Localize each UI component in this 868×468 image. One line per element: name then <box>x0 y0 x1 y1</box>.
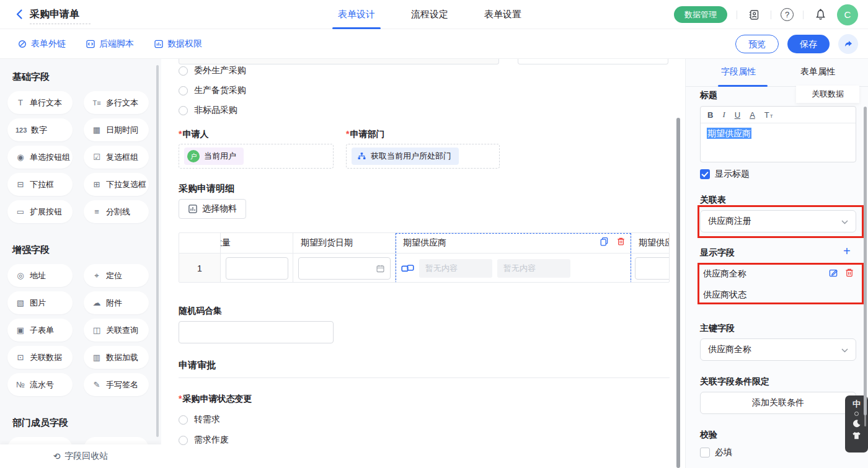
field-pill-dropdown[interactable]: ⊟下拉框 <box>7 173 73 196</box>
field-pill-multi-line-text[interactable]: T≡多行文本 <box>84 91 149 114</box>
qty-input[interactable] <box>226 257 288 280</box>
ime-language-icon[interactable]: 中 <box>852 400 861 408</box>
field-pill-checkbox-group[interactable]: ☑复选框组 <box>84 146 149 169</box>
relation-table-select[interactable]: 供应商注册 <box>700 210 856 232</box>
font-size-icon[interactable]: T <box>764 110 773 120</box>
field-pill-subform[interactable]: ▣子表单 <box>7 319 73 342</box>
copy-column-icon[interactable] <box>600 237 609 246</box>
status-option-1[interactable]: 转需求 <box>179 413 220 426</box>
required-checkbox-row[interactable]: 必填 <box>700 447 732 458</box>
field-pill-serial-number[interactable]: №流水号 <box>7 373 73 396</box>
clipped-input-top-right[interactable] <box>518 59 668 64</box>
save-button[interactable]: 保存 <box>787 35 830 53</box>
notification-bell-icon[interactable] <box>813 7 828 22</box>
data-manage-button[interactable]: 数据管理 <box>674 6 727 23</box>
purchase-type-option-2[interactable]: 生产备货采购 <box>179 84 246 97</box>
field-pill-label: 扩展按钮 <box>30 206 62 218</box>
field-pill-label: 单选按钮组 <box>30 152 70 163</box>
expected-date-column-header[interactable]: 期望到货日期 <box>293 233 396 253</box>
panel-scrollbar[interactable] <box>864 107 867 415</box>
select-material-button[interactable]: 选择物料 <box>179 199 246 219</box>
department-chip[interactable]: 获取当前用户所处部门 <box>352 148 459 165</box>
display-field-item-1[interactable]: 供应商全称 <box>703 268 746 280</box>
delete-icon[interactable] <box>844 268 854 278</box>
field-recycle-bin[interactable]: ⟲ 字段回收站 <box>0 444 161 468</box>
backend-script-label: 后端脚本 <box>99 38 134 50</box>
form-external-link[interactable]: 表单外链 <box>17 38 66 50</box>
radio-icon <box>179 66 188 76</box>
field-pill-address[interactable]: ◎地址 <box>7 264 73 287</box>
field-pill-location[interactable]: ⌖定位 <box>84 264 149 287</box>
field-pill-image[interactable]: ▧图片 <box>7 291 73 314</box>
tab-form-settings[interactable]: 表单设置 <box>484 0 521 29</box>
show-title-checkbox-row[interactable]: 显示标题 <box>700 169 750 180</box>
field-pill-datetime[interactable]: ▦日期时间 <box>84 118 149 141</box>
field-pill-signature[interactable]: ✎手写签名 <box>84 373 149 396</box>
purchase-type-option-3[interactable]: 非标品采购 <box>179 104 237 117</box>
checkbox-checked-icon[interactable] <box>700 169 710 179</box>
add-display-field-icon[interactable]: + <box>843 245 851 257</box>
expected-supplier-copy-input[interactable] <box>635 257 670 280</box>
field-pill-label: 多行文本 <box>106 97 138 108</box>
random-code-input[interactable] <box>179 321 334 343</box>
bold-icon[interactable]: B <box>707 110 713 120</box>
tab-process-setting[interactable]: 流程设定 <box>411 0 448 29</box>
qty-column-header[interactable]: 数量 <box>221 233 293 253</box>
data-permission-link[interactable]: 数据权限 <box>154 38 202 50</box>
canvas-scrollbar[interactable] <box>676 118 680 468</box>
edit-icon[interactable] <box>828 268 838 278</box>
bar-chart-icon <box>188 204 198 214</box>
field-pill-label: 地址 <box>30 270 46 281</box>
expected-date-input[interactable] <box>298 257 391 280</box>
title-editor-area[interactable]: 期望供应商 <box>701 123 856 162</box>
sidebar-scrollbar[interactable] <box>156 65 159 437</box>
ime-voice-icon[interactable] <box>854 412 859 416</box>
expected-supplier-column-header[interactable]: 期望供应商 <box>396 233 631 253</box>
applicant-field[interactable]: 户 当前用户 <box>179 144 334 169</box>
tab-field-properties[interactable]: 字段属性 <box>721 66 756 77</box>
field-pill-divider-line[interactable]: ≡分割线 <box>84 200 149 223</box>
field-pill-attachment[interactable]: ☁附件 <box>84 291 149 314</box>
share-button[interactable] <box>838 34 858 54</box>
avatar[interactable]: C <box>837 4 858 25</box>
skin-shirt-icon[interactable] <box>852 431 861 440</box>
purchase-type-option-1[interactable]: 委外生产采购 <box>179 64 246 77</box>
sub-toolbar: 表单外链 后端脚本 数据权限 预览 保存 <box>0 29 868 59</box>
field-pill-label: 数字 <box>31 125 47 136</box>
divider <box>771 11 771 19</box>
help-icon[interactable]: ? <box>781 8 794 21</box>
department-field[interactable]: 获取当前用户所处部门 <box>346 144 500 169</box>
field-pill-radio-group[interactable]: ◉单选按钮组 <box>7 146 73 169</box>
tab-form-design[interactable]: 表单设计 <box>338 0 375 29</box>
checkbox-unchecked-icon[interactable] <box>700 448 710 457</box>
field-pill-extend-button[interactable]: ▭扩展按钮 <box>7 200 73 223</box>
expected-supplier-cell[interactable]: 暂无内容 暂无内容 <box>396 254 631 283</box>
field-pill-relation-query[interactable]: ◫关联查询 <box>84 319 149 342</box>
field-pill-relation-data[interactable]: ⊡关联数据 <box>7 346 73 369</box>
status-option-2[interactable]: 需求作废 <box>179 433 229 447</box>
page-title[interactable]: 采购申请单 <box>30 8 91 24</box>
contact-book-icon[interactable] <box>746 7 761 22</box>
underline-icon[interactable]: U <box>735 110 740 120</box>
display-field-actions <box>828 268 854 278</box>
field-pill-dropdown-multi[interactable]: ⊞下拉复选框 <box>84 173 149 196</box>
back-icon[interactable] <box>14 8 26 20</box>
moon-icon[interactable] <box>852 419 861 428</box>
field-pill-single-line-text[interactable]: T单行文本 <box>7 91 73 114</box>
delete-column-icon[interactable] <box>616 237 626 246</box>
display-field-item-2[interactable]: 供应商状态 <box>703 289 746 301</box>
backend-script-link[interactable]: 后端脚本 <box>86 38 134 50</box>
expected-supplier-copy-column-header[interactable]: 期望供应商 <box>631 233 670 253</box>
field-pill-number[interactable]: 123数字 <box>7 118 73 141</box>
add-condition-button[interactable]: 添加关联条件 <box>700 392 856 414</box>
tab-form-properties[interactable]: 表单属性 <box>800 66 835 77</box>
field-pill-data-load[interactable]: ▥数据加载 <box>84 346 149 369</box>
primary-key-select[interactable]: 供应商全称 <box>700 338 856 361</box>
current-user-chip[interactable]: 户 当前用户 <box>184 148 244 165</box>
italic-icon[interactable]: I <box>722 110 725 120</box>
column-actions <box>600 237 626 246</box>
required-checkbox-label: 必填 <box>715 447 732 458</box>
preview-button[interactable]: 预览 <box>735 35 779 53</box>
primary-key-value: 供应商全称 <box>708 344 751 355</box>
font-color-icon[interactable]: A <box>750 110 755 120</box>
